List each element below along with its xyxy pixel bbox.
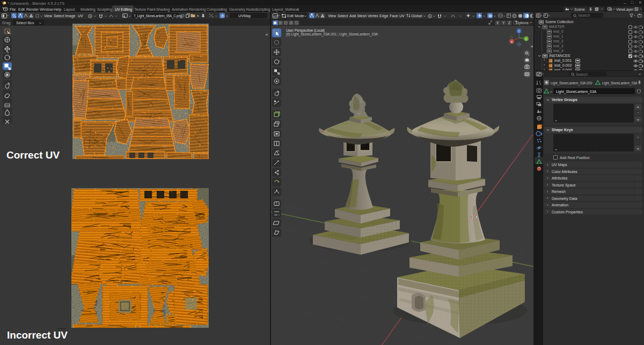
svg-text:Z: Z bbox=[518, 30, 520, 33]
svg-text:X: X bbox=[510, 40, 513, 44]
svg-text:Y: Y bbox=[525, 38, 527, 41]
